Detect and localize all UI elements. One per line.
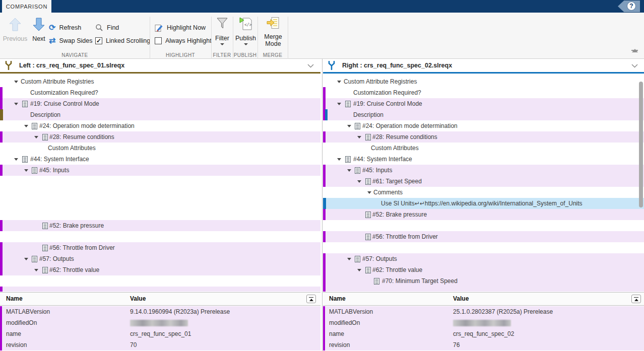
filter-label: Filter [212,35,233,42]
tree-row[interactable]: Description [323,109,644,120]
change-marker-purple [323,98,326,109]
expand-arrow-icon[interactable] [14,81,18,83]
requirement-doc-icon [345,101,351,107]
collapse-table-button[interactable] [306,295,316,303]
chevron-down-icon[interactable] [631,64,638,68]
change-marker-purple [323,264,326,275]
refresh-label: Refresh [59,24,81,31]
tree-row[interactable]: #45: Inputs [323,165,644,176]
tab-comparison[interactable]: COMPARISON [2,0,51,13]
expand-arrow-icon[interactable] [337,103,341,105]
property-value: 25.1.0.2802387 (R2025a) Prerelease [453,306,553,317]
find-button[interactable]: Find [95,23,119,32]
tree-row-partial[interactable] [0,287,320,292]
tree-row[interactable]: Use SI Units↵↵https://en.wikipedia.org/w… [323,198,644,209]
property-row[interactable]: namecrs_req_func_spec_01 [0,328,320,339]
tree-row[interactable]: Description [0,109,320,120]
property-row[interactable]: MATLABVersion25.1.0.2802387 (R2025a) Pre… [323,306,644,317]
merge-mode-button[interactable]: Merge Mode [259,17,287,47]
expand-arrow-icon[interactable] [337,81,341,83]
left-panel-header[interactable]: Left : crs_req_func_spec_01.slreqx [0,59,320,72]
tree-row[interactable]: #44: System Interface [0,154,320,165]
expand-arrow-icon[interactable] [357,136,361,138]
tree-row[interactable]: #52: Brake pressure [323,209,644,220]
tree-row[interactable]: #56: Throttle from Driver [0,242,320,253]
tree-row[interactable]: #28: Resume conditions [0,131,320,143]
expand-arrow-icon[interactable] [24,125,28,127]
right-panel-header[interactable]: Right : crs_req_func_spec_02.slreqx [323,59,644,72]
refresh-button[interactable]: ⟳ Refresh [49,23,81,32]
expand-arrow-icon[interactable] [357,180,361,183]
tree-row[interactable]: #70: Minimum Target Speed [323,275,644,287]
linked-scrolling-checkbox[interactable]: ✓ [95,37,102,44]
filter-button[interactable]: Filter [212,18,233,45]
expand-arrow-icon[interactable] [357,269,361,271]
tree-row[interactable]: #24: Operation mode determination [0,120,320,131]
tree-row[interactable]: #56: Throttle from Driver [323,231,644,242]
tree-row[interactable]: #19: Cruise Control Mode [323,98,644,109]
swap-sides-button[interactable]: ⇄ Swap Sides [49,36,92,45]
tree-item-label: #45: Inputs [39,165,69,176]
expand-arrow-icon[interactable] [347,125,351,127]
tree-row[interactable]: #28: Resume conditions [323,131,644,143]
expand-arrow-icon[interactable] [34,136,38,138]
panel-divider[interactable] [322,59,323,351]
group-separator [288,17,288,60]
highlight-now-button[interactable]: Highlight Now [155,23,206,32]
property-name: revision [6,339,27,350]
tree-row[interactable]: Customization Required? [0,87,320,98]
property-row[interactable]: modifiedOn [323,317,644,328]
expand-arrow-icon[interactable] [337,158,341,161]
help-button[interactable]: ? [627,2,636,11]
expand-arrow-icon[interactable] [34,269,38,271]
always-highlight-checkbox[interactable] [155,37,162,44]
next-button[interactable]: Next [29,17,48,42]
tree-row-partial[interactable] [323,287,644,292]
expand-arrow-icon[interactable] [367,191,371,194]
expand-arrow-icon[interactable] [347,169,351,172]
tree-row[interactable]: #57: Outputs [0,253,320,264]
linked-scrolling-toggle[interactable]: ✓ Linked Scrolling [95,36,150,45]
always-highlight-toggle[interactable]: Always Highlight [155,36,212,45]
tree-row[interactable]: #57: Outputs [323,253,644,264]
right-tree-view[interactable]: Custom Attribute RegistriesCustomization… [323,74,644,292]
expand-arrow-icon[interactable] [24,169,28,172]
change-marker-purple [0,165,3,176]
collapse-ribbon-button[interactable] [631,49,638,52]
tree-row[interactable]: #62: Throttle value [0,264,320,275]
chevron-down-icon[interactable] [307,64,314,68]
property-row[interactable]: revision76 [323,339,644,350]
property-row[interactable]: MATLABVersion9.14.0.1960994 (R2023a) Pre… [0,306,320,317]
tree-item-label: #57: Outputs [362,253,397,264]
publish-button[interactable]: </> Publish [234,17,257,45]
expand-arrow-icon[interactable] [14,158,18,161]
tree-row-empty [323,220,644,231]
tree-row[interactable]: #62: Throttle value [323,264,644,275]
collapse-table-button[interactable] [631,295,641,303]
property-row[interactable]: revision70 [0,339,320,350]
tree-row[interactable]: Custom Attributes [0,143,320,154]
property-row[interactable]: modifiedOn [0,317,320,328]
requirement-doc-icon [345,156,351,163]
tree-row[interactable]: Custom Attribute Registries [323,76,644,87]
tree-row[interactable]: #44: System Interface [323,154,644,165]
tree-row-empty [0,209,320,220]
tree-row[interactable]: #45: Inputs [0,165,320,176]
change-marker-purple [323,317,325,328]
navigate-group-label: NAVIGATE [0,52,150,58]
previous-button[interactable]: Previous [2,17,28,42]
tree-row[interactable]: #61: Target Speed [323,176,644,187]
tree-row[interactable]: #52: Brake pressure [0,220,320,231]
tree-row[interactable]: Customization Required? [323,87,644,98]
right-tree-scrollbar[interactable] [639,82,643,207]
tree-row[interactable]: Custom Attributes [323,143,644,154]
property-row[interactable]: namecrs_req_func_spec_02 [323,328,644,339]
tree-row[interactable]: #19: Cruise Control Mode [0,98,320,109]
tree-row[interactable]: Custom Attribute Registries [0,76,320,87]
tree-row[interactable]: Comments [323,187,644,198]
expand-arrow-icon[interactable] [24,258,28,260]
expand-arrow-icon[interactable] [347,258,351,260]
left-tree-view[interactable]: Custom Attribute RegistriesCustomization… [0,74,320,292]
expand-arrow-icon[interactable] [14,103,18,105]
tree-row[interactable]: #24: Operation mode determination [323,120,644,131]
